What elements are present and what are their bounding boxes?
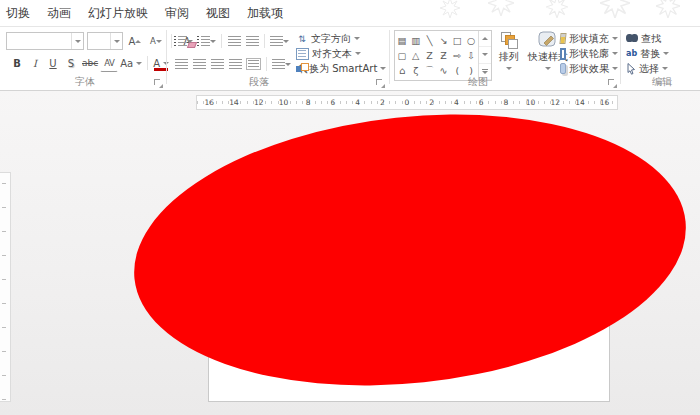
shrink-font-button[interactable]: A [147,32,165,50]
rounded-rectangle-icon[interactable]: ▢ [395,48,409,63]
gallery-scroll-down-button[interactable] [479,47,491,63]
chevron-down-icon [354,37,360,40]
distribute-button[interactable] [244,55,263,73]
editing-group-label: 编辑 [626,75,698,89]
shape-outline-button[interactable]: 形状轮廓 [560,46,618,61]
bullets-button[interactable] [172,32,195,50]
slide-canvas[interactable]: 1614121086420246810121416 [0,91,700,415]
decorative-star-icon [600,0,630,18]
font-color-button[interactable]: A [151,54,171,72]
text-direction-icon: ⇅ [296,33,308,44]
binoculars-icon [626,34,638,43]
ruler-number: 8 [296,96,321,109]
increase-indent-icon [246,36,259,46]
chevron-down-icon [506,67,512,70]
tab-transitions[interactable]: 切换 [6,5,30,22]
decorative-star-icon [546,0,568,18]
powerpoint-window: 切换动画幻灯片放映审阅视图加载项 A A A B I [0,0,700,415]
text-direction-button[interactable]: ⇅ 文字方向 [296,31,386,46]
align-text-icon [296,48,309,60]
ruler-number: 16 [197,96,222,109]
caret-up-icon [482,37,488,40]
chevron-down-icon [187,40,193,43]
divider [147,56,148,70]
grow-font-button[interactable]: A [126,32,144,50]
font-group-label: 字体 [6,75,164,89]
align-right-button[interactable] [208,55,226,73]
tab-addins[interactable]: 加载项 [247,5,283,22]
elbow-arrow-connector-icon[interactable]: Ƶ [436,48,450,63]
font-name-select[interactable] [6,32,84,50]
oval-icon[interactable]: ○ [464,33,478,48]
ribbon-tabs: 切换动画幻灯片放映审阅视图加载项 [6,0,300,26]
down-arrow-icon[interactable]: ⇩ [464,48,478,63]
line-spacing-button[interactable] [268,32,291,50]
line-icon[interactable]: ╲ [423,33,437,48]
elbow-connector-icon[interactable]: Z [423,48,437,63]
group-divider [166,30,167,84]
ruler-number: 10 [518,96,543,109]
tab-slideshow[interactable]: 幻灯片放映 [88,5,148,22]
chevron-down-icon [663,52,669,55]
tab-animations[interactable]: 动画 [47,5,71,22]
decrease-indent-button[interactable] [225,32,243,50]
right-arrow-icon[interactable]: ⇨ [450,48,464,63]
character-spacing-button[interactable]: AV [100,54,118,72]
gallery-scroll-up-button[interactable] [479,31,491,47]
convert-smartart-button[interactable]: 转换为 SmartArt [296,61,386,76]
caret-down-icon [156,40,162,43]
paragraph-dialog-launcher[interactable] [375,78,385,88]
shape-effects-button[interactable]: 形状效果 [560,61,618,76]
paragraph-group-label: 段落 [172,75,346,89]
columns-button[interactable] [270,55,293,73]
drawing-dialog-launcher[interactable] [607,78,617,88]
drawing-group-label: 绘图 [394,75,562,89]
chevron-down-icon [662,67,668,70]
replace-button[interactable]: ab 替换 [626,46,698,61]
italic-button[interactable]: I [26,54,44,72]
rectangle-icon[interactable]: □ [450,33,464,48]
group-divider [620,30,621,84]
change-case-button[interactable]: Aa [118,54,144,72]
align-center-button[interactable] [190,55,208,73]
font-dialog-launcher[interactable] [153,78,163,88]
bullets-icon [174,36,187,46]
text-shadow-button[interactable]: S [62,54,80,72]
vertical-ruler [0,172,11,402]
align-text-button[interactable]: 对齐文本 [296,46,386,61]
chevron-down-icon [285,63,291,66]
chevron-down-icon [355,52,361,55]
horizontal-ruler: 1614121086420246810121416 [196,95,618,110]
justify-button[interactable] [226,55,244,73]
caret-up-icon [135,40,141,43]
ruler-number: 12 [246,96,271,109]
select-button[interactable]: 选择 [626,61,698,76]
bold-button[interactable]: B [8,54,26,72]
chevron-down-icon[interactable] [110,33,122,49]
textbox-icon[interactable]: ▤ [395,33,409,48]
font-size-select[interactable] [87,32,123,50]
tab-view[interactable]: 视图 [206,5,230,22]
arrow-icon[interactable]: ↘ [436,33,450,48]
increase-indent-button[interactable] [243,32,261,50]
underline-button[interactable]: U [44,54,62,72]
arrange-button[interactable]: 排列 [493,30,525,70]
find-button[interactable]: 查找 [626,31,698,46]
shape-outline-icon [560,48,566,60]
ruler-number: 2 [370,96,395,109]
tab-review[interactable]: 审阅 [165,5,189,22]
ruler-number: 2 [419,96,444,109]
align-left-button[interactable] [172,55,190,73]
ruler-number: 14 [222,96,247,109]
align-center-icon [193,59,206,69]
chevron-down-icon[interactable] [71,33,83,49]
shape-fill-button[interactable]: 形状填充 [560,31,618,46]
columns-icon [272,59,285,69]
vertical-textbox-icon[interactable]: ▥ [409,33,423,48]
strikethrough-button[interactable]: abc [80,54,100,72]
triangle-icon[interactable]: △ [409,48,423,63]
decrease-indent-icon [228,36,241,46]
ruler-number: 0 [395,96,420,109]
numbering-button[interactable] [195,32,218,50]
line-spacing-icon [270,36,283,46]
